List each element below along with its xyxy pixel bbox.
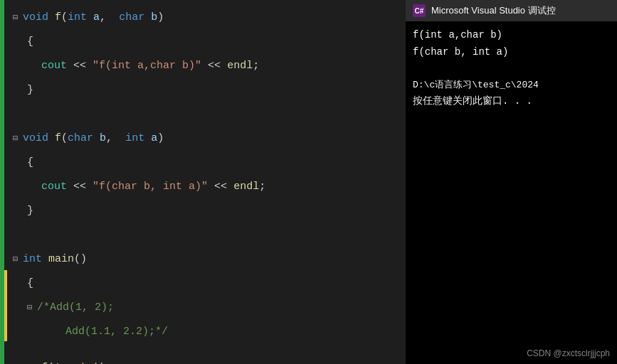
collapse-icon-2[interactable]: ⊟ — [13, 127, 23, 151]
terminal-footer-text: CSDN @zxctsclrjjjcph — [527, 348, 610, 358]
collapse-icon-4[interactable]: ⊟ — [27, 296, 37, 320]
terminal-prompt: 按任意键关闭此窗口. . . — [413, 93, 610, 110]
line-11: ⊟ /*Add(1, 2); — [13, 296, 406, 320]
line-3: cout << "f(int a,char b)" << endl ; — [13, 54, 406, 78]
code-content: ⊟ void f ( int a , char b ) { cout << "f… — [7, 0, 406, 364]
code-editor: ⊟ void f ( int a , char b ) { cout << "f… — [0, 0, 406, 364]
terminal-panel: C# Microsoft Visual Studio 调试控 f(int a,c… — [406, 0, 617, 364]
terminal-title: Microsoft Visual Studio 调试控 — [431, 4, 556, 17]
collapse-icon-3[interactable]: ⊟ — [13, 247, 23, 272]
line-2: { — [13, 30, 406, 54]
line-12: Add(1.1, 2.2);*/ — [13, 320, 406, 344]
empty-line-1 — [13, 102, 406, 127]
line-8: } — [13, 199, 406, 223]
line-7: cout << "f(char b, int a)" << endl ; — [13, 175, 406, 199]
line-5: ⊟ void f ( char b , int a ) — [13, 127, 406, 151]
terminal-output-line-1: f(int a,char b) — [413, 27, 610, 44]
empty-line-2 — [13, 223, 406, 247]
terminal-empty-1 — [413, 61, 610, 78]
line-10: { — [13, 272, 406, 296]
terminal-output-line-2: f(char b, int a) — [413, 44, 610, 61]
empty-line-3 — [13, 344, 406, 356]
line-6: { — [13, 151, 406, 175]
line-13: f ( 1 , 'a' ); — [13, 356, 406, 364]
line-4: } — [13, 78, 406, 102]
vs-icon: C# — [413, 4, 426, 17]
collapse-icon-1[interactable]: ⊟ — [13, 6, 23, 30]
terminal-footer: CSDN @zxctsclrjjjcph — [406, 344, 617, 364]
line-9: ⊟ int main () — [13, 247, 406, 272]
line-1: ⊟ void f ( int a , char b ) — [13, 6, 406, 30]
terminal-titlebar: C# Microsoft Visual Studio 调试控 — [406, 0, 617, 21]
terminal-path: D:\c语言练习\test_c\2024 — [413, 77, 610, 93]
terminal-body: f(int a,char b) f(char b, int a) D:\c语言练… — [406, 21, 617, 344]
